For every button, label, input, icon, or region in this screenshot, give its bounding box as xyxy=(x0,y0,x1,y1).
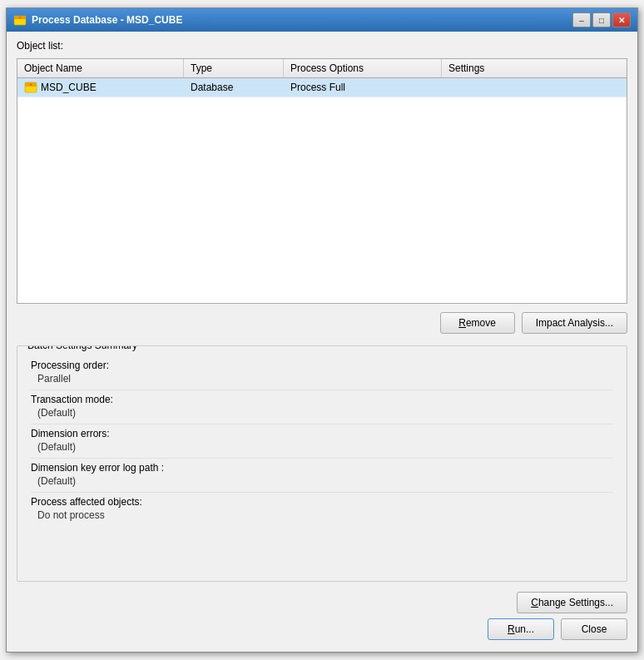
impact-analysis-button[interactable]: Impact Analysis... xyxy=(522,312,627,334)
content-area: Object list: Object Name Type Process Op… xyxy=(7,32,637,652)
object-table[interactable]: Object Name Type Process Options Setting… xyxy=(17,58,627,304)
run-close-row: Run... Close xyxy=(17,618,627,640)
settings-value-transaction-mode: (Default) xyxy=(31,405,613,420)
settings-row-dim-key-error-path: Dimension key error log path : (Default) xyxy=(31,459,613,493)
settings-value-dim-key-error-path: (Default) xyxy=(31,474,613,489)
cell-process-options: Process Full xyxy=(284,79,442,96)
settings-value-processing-order: Parallel xyxy=(31,371,613,386)
cell-name: MSD_CUBE xyxy=(17,78,184,97)
settings-row-processing-order: Processing order: Parallel xyxy=(31,356,613,390)
change-settings-button[interactable]: Change Settings... xyxy=(517,592,627,613)
settings-label-dimension-errors: Dimension errors: xyxy=(31,428,613,439)
settings-row-process-affected: Process affected objects: Do not process xyxy=(31,493,613,526)
run-button[interactable]: Run... xyxy=(488,618,554,640)
close-button[interactable]: Close xyxy=(561,618,627,640)
settings-label-processing-order: Processing order: xyxy=(31,360,613,371)
close-window-button[interactable]: ✕ xyxy=(612,12,631,27)
svg-point-2 xyxy=(19,17,22,19)
table-body: MSD_CUBE Database Process Full xyxy=(17,78,627,303)
settings-value-process-affected: Do not process xyxy=(31,508,613,523)
bottom-buttons: Change Settings... Run... Close xyxy=(17,587,627,643)
remove-label: Remove xyxy=(458,317,496,329)
cell-name-value: MSD_CUBE xyxy=(41,82,97,93)
title-bar-text: Process Database - MSD_CUBE xyxy=(32,14,572,26)
object-list-label: Object list: xyxy=(17,40,627,52)
window-icon xyxy=(13,13,27,27)
col-header-settings: Settings xyxy=(442,59,627,77)
table-header: Object Name Type Process Options Setting… xyxy=(17,59,627,78)
main-window: Process Database - MSD_CUBE – □ ✕ Object… xyxy=(6,7,638,653)
maximize-button[interactable]: □ xyxy=(592,12,611,27)
cell-type: Database xyxy=(184,79,284,96)
change-settings-row: Change Settings... xyxy=(17,592,627,613)
settings-label-process-affected: Process affected objects: xyxy=(31,496,613,508)
remove-button[interactable]: Remove xyxy=(440,312,515,334)
col-header-process-options: Process Options xyxy=(284,59,442,77)
action-buttons: Remove Impact Analysis... xyxy=(17,309,627,337)
cell-settings xyxy=(442,85,627,90)
database-icon xyxy=(24,81,37,94)
settings-value-dimension-errors: (Default) xyxy=(31,439,613,454)
settings-row-transaction-mode: Transaction mode: (Default) xyxy=(31,390,613,424)
title-bar: Process Database - MSD_CUBE – □ ✕ xyxy=(7,8,637,32)
col-header-name: Object Name xyxy=(17,59,184,77)
settings-label-transaction-mode: Transaction mode: xyxy=(31,394,613,405)
batch-settings-content: Processing order: Parallel Transaction m… xyxy=(17,346,627,581)
minimize-button[interactable]: – xyxy=(572,12,591,27)
batch-settings-group: Batch Settings Summary Processing order:… xyxy=(17,345,627,582)
title-bar-buttons: – □ ✕ xyxy=(572,12,631,27)
batch-settings-legend: Batch Settings Summary xyxy=(24,345,141,351)
settings-row-dimension-errors: Dimension errors: (Default) xyxy=(31,424,613,459)
col-header-type: Type xyxy=(184,59,284,77)
settings-label-dim-key-error-path: Dimension key error log path : xyxy=(31,462,613,474)
table-row[interactable]: MSD_CUBE Database Process Full xyxy=(17,78,627,97)
